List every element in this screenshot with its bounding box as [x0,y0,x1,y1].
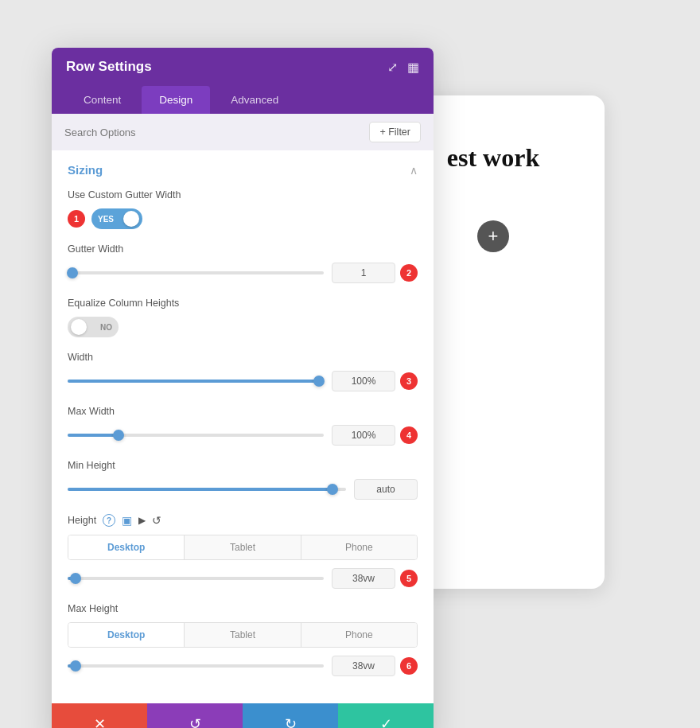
width-value-box: 100% 3 [332,371,418,391]
height-device-icon[interactable]: ▣ [122,514,132,527]
min-height-track[interactable] [68,488,346,491]
toggle-knob [123,211,139,227]
save-button[interactable]: ✓ [338,703,434,728]
max-width-fill [68,434,119,437]
step-badge-4: 4 [400,426,418,444]
height-value-box: 38vw 5 [332,568,418,589]
gutter-width-track[interactable] [68,271,324,274]
max-height-thumb[interactable] [70,660,81,672]
equalize-knob [71,319,87,335]
cancel-button[interactable]: ✕ [52,703,147,728]
max-width-value-box: 100% 4 [332,425,418,446]
panel-content: Sizing ∧ Use Custom Gutter Width 1 YES G… [52,150,434,703]
columns-icon[interactable]: ▦ [407,60,419,75]
equalize-no-label: NO [100,323,112,332]
height-resp-tabs: Desktop Tablet Phone [68,535,418,560]
gutter-width-value[interactable]: 1 [332,263,395,283]
redo-button[interactable]: ↻ [243,703,338,728]
section-collapse-icon[interactable]: ∧ [410,164,418,177]
height-label-row: Height ? ▣ ▶ ↺ [68,514,418,527]
height-thumb[interactable] [70,573,81,584]
step-badge-3: 3 [400,372,418,390]
sizing-title: Sizing [68,163,103,177]
max-height-tab-phone[interactable]: Phone [301,623,417,647]
gutter-width-value-box: 1 2 [332,263,418,283]
max-width-thumb[interactable] [113,430,124,441]
width-group: Width 100% 3 [68,352,418,391]
height-group: Height ? ▣ ▶ ↺ Desktop Tablet Phone 38vw… [68,514,418,589]
height-tab-desktop[interactable]: Desktop [68,535,185,559]
width-slider-row: 100% 3 [68,371,418,391]
gutter-width-thumb[interactable] [67,267,78,278]
min-height-group: Min Height auto [68,460,418,500]
height-label: Height [68,515,96,526]
sizing-section-header: Sizing ∧ [68,163,418,177]
height-arrow-icon[interactable]: ▶ [138,515,146,526]
equalize-heights-group: Equalize Column Heights NO [68,298,418,337]
expand-icon[interactable]: ⤢ [387,60,398,75]
height-undo-icon[interactable]: ↺ [152,514,161,527]
search-input[interactable] [64,127,369,138]
height-value[interactable]: 38vw [332,568,395,589]
step-badge-1: 1 [68,210,85,228]
step-badge-5: 5 [400,570,418,587]
max-height-slider-row: 38vw 6 [68,656,418,676]
gutter-toggle-switch[interactable]: YES [91,208,142,229]
tab-bar: Content Design Advanced [52,86,434,114]
row-settings-panel: Row Settings ⤢ ▦ Content Design Advanced… [52,48,434,728]
bottom-bar: ✕ ↺ ↻ ✓ [52,703,434,728]
max-height-group: Max Height Desktop Tablet Phone 38vw 6 [68,603,418,676]
tab-design[interactable]: Design [142,86,210,114]
max-height-track[interactable] [68,664,324,668]
gutter-width-toggle-group: Use Custom Gutter Width 1 YES [68,189,418,229]
gutter-width-slider-group: Gutter Width 1 2 [68,243,418,283]
header-icons: ⤢ ▦ [387,60,419,75]
gutter-width-label: Gutter Width [68,243,418,255]
max-height-resp-tabs: Desktop Tablet Phone [68,622,418,648]
panel-header: Row Settings ⤢ ▦ [52,48,434,86]
reset-button[interactable]: ↺ [147,703,243,728]
max-width-track[interactable] [68,434,324,437]
max-height-tab-tablet[interactable]: Tablet [185,623,301,647]
max-height-value[interactable]: 38vw [332,656,395,676]
width-thumb[interactable] [313,376,325,387]
max-width-label: Max Width [68,406,418,417]
equalize-label: Equalize Column Heights [68,298,418,309]
step-badge-2: 2 [400,264,418,282]
tab-advanced[interactable]: Advanced [213,86,296,114]
max-width-value[interactable]: 100% [332,425,395,446]
width-fill [68,380,319,383]
height-track[interactable] [68,577,324,580]
min-height-fill [68,488,332,491]
gutter-toggle-label: Use Custom Gutter Width [68,189,418,200]
min-height-slider-row: auto [68,479,418,500]
gutter-toggle-row: 1 YES [68,208,418,229]
bg-card-text: est work [431,143,555,173]
max-height-tab-desktop[interactable]: Desktop [68,623,185,647]
height-slider-row: 38vw 5 [68,568,418,589]
max-width-slider-row: 100% 4 [68,425,418,446]
add-section-button[interactable]: + [477,220,509,252]
width-value[interactable]: 100% [332,371,395,391]
min-height-value-box: auto [354,479,418,500]
step-badge-6: 6 [400,657,418,675]
min-height-label: Min Height [68,460,418,471]
filter-button[interactable]: + Filter [369,122,421,142]
gutter-width-slider-row: 1 2 [68,263,418,283]
width-track[interactable] [68,380,324,383]
max-width-group: Max Width 100% 4 [68,406,418,446]
toggle-yes-label: YES [98,215,114,224]
equalize-toggle[interactable]: NO [68,317,119,337]
max-height-value-box: 38vw 6 [332,656,418,676]
height-tab-phone[interactable]: Phone [301,535,417,559]
tab-content[interactable]: Content [66,86,138,114]
min-height-value[interactable]: auto [354,479,418,500]
height-tab-tablet[interactable]: Tablet [185,535,301,559]
height-help-icon[interactable]: ? [103,514,115,527]
search-bar: + Filter [52,114,434,150]
panel-title: Row Settings [66,59,152,75]
width-label: Width [68,352,418,363]
min-height-thumb[interactable] [327,484,338,495]
max-height-label: Max Height [68,603,418,614]
